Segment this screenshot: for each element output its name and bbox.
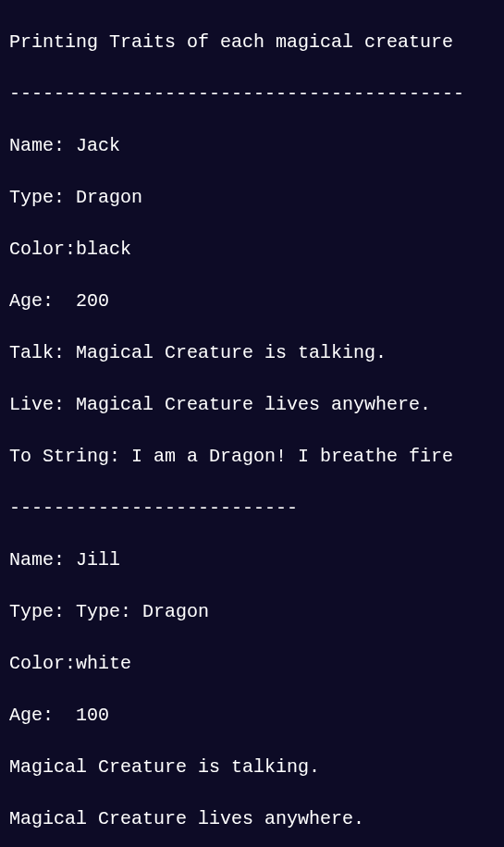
console-line: Age: 200 bbox=[9, 288, 495, 314]
console-line: Color:black bbox=[9, 237, 495, 263]
console-line: To String: I am a Dragon! I breathe fire bbox=[9, 444, 495, 470]
console-divider: ----------------------------------------… bbox=[9, 81, 495, 107]
console-line: Name: Jack bbox=[9, 133, 495, 159]
console-header: Printing Traits of each magical creature bbox=[9, 30, 495, 55]
console-line: Name: Jill bbox=[9, 547, 495, 573]
console-output-block-1: Printing Traits of each magical creature… bbox=[0, 0, 504, 847]
console-line: Live: Magical Creature lives anywhere. bbox=[9, 392, 495, 418]
console-line: Magical Creature lives anywhere. bbox=[9, 806, 495, 832]
console-divider: -------------------------- bbox=[9, 496, 495, 522]
console-line: Type: Type: Dragon bbox=[9, 599, 495, 625]
console-line: Age: 100 bbox=[9, 703, 495, 729]
console-line: Talk: Magical Creature is talking. bbox=[9, 340, 495, 366]
console-line: Magical Creature is talking. bbox=[9, 755, 495, 780]
console-line: Color:white bbox=[9, 651, 495, 677]
console-line: Type: Dragon bbox=[9, 185, 495, 211]
